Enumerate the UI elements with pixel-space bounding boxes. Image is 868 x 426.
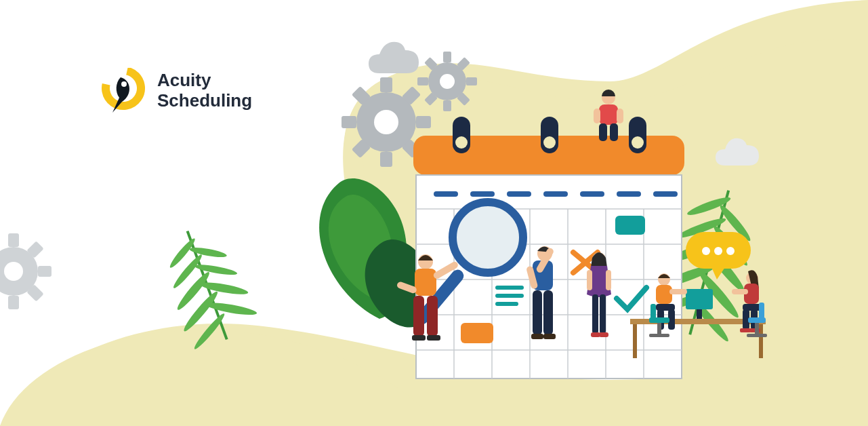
svg-rect-13 (380, 152, 392, 167)
svg-rect-134 (649, 334, 669, 337)
svg-rect-12 (380, 77, 392, 92)
svg-rect-93 (599, 123, 607, 141)
svg-rect-116 (591, 332, 600, 337)
svg-rect-77 (615, 216, 645, 235)
gear-icon (0, 233, 51, 309)
svg-rect-14 (416, 116, 431, 128)
svg-rect-22 (443, 52, 451, 62)
svg-rect-126 (656, 285, 672, 304)
svg-rect-145 (755, 323, 759, 335)
svg-rect-2 (8, 233, 19, 247)
svg-rect-119 (606, 270, 611, 290)
svg-rect-94 (610, 123, 618, 141)
svg-point-90 (726, 247, 735, 255)
svg-rect-141 (740, 328, 751, 332)
svg-point-148 (121, 81, 127, 87)
svg-point-21 (440, 74, 455, 89)
svg-rect-4 (38, 266, 51, 277)
svg-rect-25 (417, 77, 428, 85)
svg-point-55 (455, 136, 468, 149)
svg-rect-115 (600, 294, 606, 334)
svg-rect-24 (466, 77, 477, 85)
svg-point-56 (543, 136, 556, 149)
brand-logo: Acuity Scheduling (102, 68, 252, 114)
svg-rect-110 (543, 290, 553, 335)
svg-rect-15 (342, 116, 356, 128)
svg-rect-3 (8, 296, 19, 309)
svg-rect-95 (594, 109, 600, 123)
svg-point-1 (4, 262, 23, 281)
svg-rect-99 (413, 296, 424, 336)
svg-rect-83 (461, 323, 493, 343)
svg-rect-131 (650, 304, 656, 319)
brand-name-line1: Acuity (157, 71, 252, 91)
svg-rect-109 (533, 290, 542, 335)
brand-logo-text: Acuity Scheduling (157, 71, 252, 111)
hero-illustration (0, 0, 868, 426)
svg-point-57 (632, 136, 644, 149)
svg-rect-112 (543, 334, 556, 339)
svg-point-88 (702, 247, 710, 255)
svg-point-38 (205, 301, 257, 317)
svg-rect-102 (427, 335, 440, 341)
svg-rect-114 (592, 294, 598, 334)
svg-point-84 (453, 202, 523, 273)
svg-point-36 (199, 280, 249, 296)
svg-point-11 (374, 110, 398, 134)
svg-rect-100 (427, 296, 438, 336)
svg-rect-127 (669, 289, 687, 294)
svg-rect-143 (759, 303, 764, 319)
svg-rect-137 (732, 289, 748, 294)
svg-rect-23 (443, 100, 451, 111)
svg-point-89 (714, 247, 722, 255)
svg-rect-117 (599, 332, 608, 337)
svg-point-32 (189, 246, 228, 259)
svg-rect-101 (412, 335, 426, 341)
svg-rect-121 (633, 324, 637, 358)
svg-rect-98 (415, 269, 436, 296)
svg-rect-118 (587, 270, 592, 290)
svg-rect-91 (599, 104, 618, 125)
svg-rect-124 (697, 309, 702, 319)
svg-rect-96 (617, 109, 623, 123)
svg-rect-133 (657, 323, 661, 335)
svg-rect-123 (686, 289, 713, 309)
svg-rect-111 (531, 334, 543, 339)
svg-rect-146 (747, 334, 767, 337)
svg-rect-144 (748, 317, 766, 323)
brand-logo-mark (102, 68, 148, 114)
brand-name-line2: Scheduling (157, 91, 252, 111)
cloud-icon (369, 42, 419, 73)
svg-rect-132 (649, 317, 669, 323)
